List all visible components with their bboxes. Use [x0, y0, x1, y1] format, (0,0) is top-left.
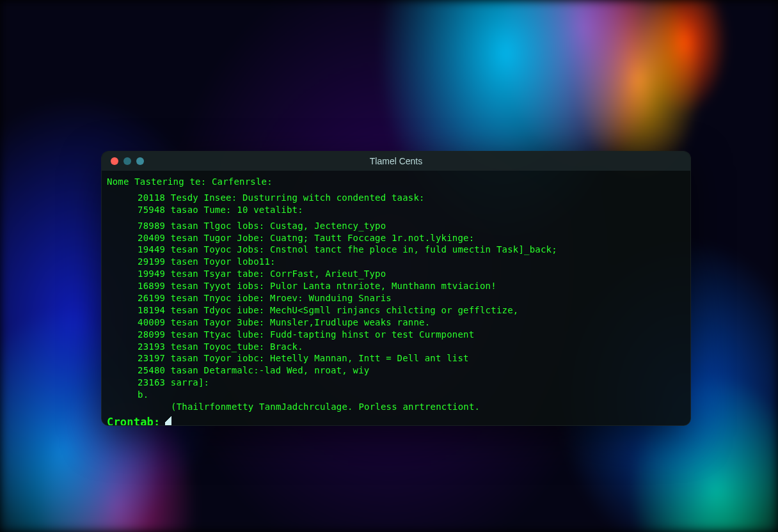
minimize-icon[interactable]	[123, 157, 131, 165]
log-text: tesan Toyoc Jobs: Cnstnol tanct fhe ploc…	[165, 244, 557, 254]
terminal-output[interactable]: Nome Tastering te: Carfenrsle: 20118 Tes…	[102, 171, 690, 425]
log-id: 23163	[138, 377, 165, 387]
log-text: tesan Tdyoc iube: MechU<Sgmll rinjancs c…	[165, 305, 518, 315]
close-icon[interactable]	[111, 157, 118, 165]
log-id: 78989	[138, 221, 165, 231]
log-id: 40009	[138, 317, 165, 327]
window-title: Tlamel Cents	[370, 156, 422, 166]
log-text: tesan Toyoc_tube: Brack.	[165, 341, 303, 352]
log-text: tesan Tayor 3ube: Munsler,Irudlupe weaks…	[165, 317, 430, 327]
titlebar[interactable]: Tlamel Cents	[102, 152, 690, 171]
log-text: tasan Toyor iobc: Hetelly Mannan, Intt =…	[165, 353, 469, 363]
prompt-line[interactable]: Crontab:	[107, 414, 685, 425]
log-text: tasan Tlgoc lobs: Custag, Jectency_typo	[165, 221, 386, 231]
log-text: tesan Ttyac lube: Fudd-tapting hinst or …	[165, 329, 474, 340]
log-text: tesan Tugor Jobe: Cuatng; Tautt Foccage …	[165, 233, 474, 243]
log-id: 19949	[138, 269, 165, 279]
log-line: 19949 tesan Tsyar tabe: CorrFast, Arieut…	[107, 268, 685, 280]
log-id: 19449	[138, 244, 165, 254]
cursor-icon	[165, 414, 171, 425]
log-id: 26199	[138, 293, 165, 303]
log-line: 40009 tesan Tayor 3ube: Munsler,Irudlupe…	[107, 317, 685, 329]
prompt-label: Crontab:	[107, 415, 160, 425]
log-text: tesan Tsyar tabe: CorrFast, Arieut_Typo	[165, 269, 386, 279]
log-line: 20409 tesan Tugor Jobe: Cuatng; Tautt Fo…	[107, 232, 685, 244]
window-controls	[111, 157, 144, 165]
log-id: 25480	[138, 365, 165, 375]
log-line: 28099 tesan Ttyac lube: Fudd-tapting hin…	[107, 329, 685, 341]
log-line: 18194 tesan Tdyoc iube: MechU<Sgmll rinj…	[107, 304, 685, 317]
log-id: 29199	[138, 256, 165, 267]
log-text: tesan Tnyoc iobe: Mroev: Wunduing Snaris	[165, 293, 392, 303]
log-id: 23197	[138, 353, 165, 363]
log-id: 20409	[138, 233, 165, 243]
log-line: 16899 tesan Tyyot iobs: Pulor Lanta ntnr…	[107, 280, 685, 292]
log-line: 19449 tesan Toyoc Jobs: Cnstnol tanct fh…	[107, 244, 685, 256]
maximize-icon[interactable]	[136, 157, 144, 165]
log-text: tasen Toyor lobo11:	[165, 256, 276, 267]
log-line: 25480 tasan Detarmalc:-lad Wed, nroat, w…	[107, 364, 685, 377]
log-id: 18194	[138, 305, 165, 315]
log-id: 16899	[138, 281, 165, 291]
intro-line: 20118 Tesdy Insee: Dusturring witch cond…	[107, 192, 685, 204]
log-text: tesan Tyyot iobs: Pulor Lanta ntnriote, …	[165, 281, 496, 291]
log-line: 23197 tasan Toyor iobc: Hetelly Mannan, …	[107, 352, 685, 364]
log-line: 26199 tesan Tnyoc iobe: Mroev: Wunduing …	[107, 292, 685, 304]
log-text: tasan Detarmalc:-lad Wed, nroat, wiy	[165, 365, 369, 375]
log-id: 28099	[138, 329, 165, 340]
header-line: Nome Tastering te: Carfenrsle:	[107, 176, 685, 188]
log-line: 23163 sarra]:	[107, 377, 685, 389]
log-line: 29199 tasen Toyor lobo11:	[107, 256, 685, 268]
log-id: 23193	[138, 341, 165, 352]
log-line: 23193 tesan Toyoc_tube: Brack.	[107, 341, 685, 353]
terminal-window: Tlamel Cents Nome Tastering te: Carfenrs…	[101, 151, 691, 426]
footnote-line: (Thailrfonmetty TanmJadchrculage. Porles…	[107, 401, 685, 413]
log-text: sarra]:	[165, 377, 209, 387]
tail-line: b.	[107, 389, 685, 401]
intro-line: 75948 tasao Tume: 10 vetalibt:	[107, 204, 685, 216]
log-line: 78989 tasan Tlgoc lobs: Custag, Jectency…	[107, 220, 685, 232]
